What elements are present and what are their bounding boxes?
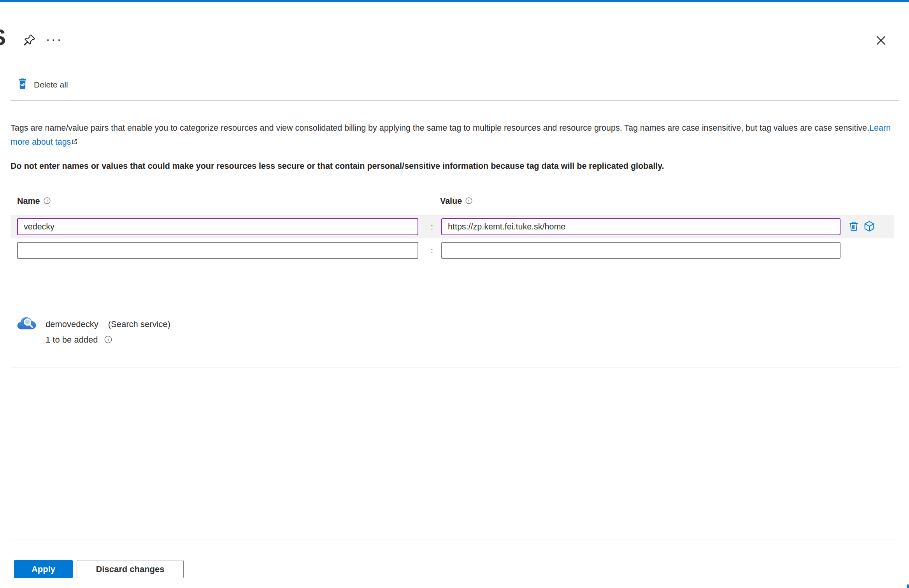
resource-cube-button[interactable] bbox=[863, 220, 876, 233]
close-button[interactable] bbox=[873, 33, 889, 48]
tag-value-input[interactable] bbox=[441, 242, 841, 259]
info-icon bbox=[465, 197, 472, 205]
delete-all-icon bbox=[18, 78, 27, 91]
resource-tag-status: 1 to be added bbox=[46, 335, 98, 345]
info-icon bbox=[44, 197, 51, 205]
delete-all-button[interactable]: Delete all bbox=[18, 78, 68, 91]
name-value-separator: : bbox=[424, 215, 440, 238]
search-service-icon bbox=[17, 314, 38, 345]
security-warning: Do not enter names or values that could … bbox=[11, 160, 902, 172]
trash-icon bbox=[848, 220, 860, 233]
divider bbox=[11, 100, 899, 101]
tags-description-text: Tags are name/value pairs that enable yo… bbox=[11, 123, 869, 133]
value-info-button[interactable] bbox=[465, 197, 472, 205]
divider bbox=[11, 539, 899, 539]
bottom-accent-sliver bbox=[907, 584, 909, 588]
name-header-label: Name bbox=[17, 196, 40, 206]
tag-name-input[interactable] bbox=[17, 242, 418, 259]
apply-button[interactable]: Apply bbox=[14, 560, 73, 578]
info-icon bbox=[104, 336, 112, 345]
divider bbox=[11, 367, 899, 368]
external-link-icon bbox=[71, 135, 78, 149]
page-title-clipped: S bbox=[0, 26, 6, 49]
pin-button[interactable] bbox=[22, 33, 37, 48]
cube-icon bbox=[863, 220, 876, 234]
delete-tag-button[interactable] bbox=[847, 220, 860, 233]
resource-type: (Search service) bbox=[108, 319, 170, 329]
divider bbox=[11, 265, 899, 265]
value-column-header: Value bbox=[440, 196, 472, 206]
status-info-button[interactable] bbox=[104, 336, 112, 345]
ellipsis-icon: ··· bbox=[46, 32, 63, 47]
pin-icon bbox=[23, 33, 37, 48]
tag-row: : bbox=[11, 215, 894, 238]
resource-text: demovedecky (Search service) 1 to be add… bbox=[46, 314, 170, 345]
name-value-separator: : bbox=[424, 238, 440, 262]
tag-value-input[interactable] bbox=[441, 218, 841, 235]
tag-row: : bbox=[11, 238, 894, 262]
name-column-header: Name bbox=[17, 196, 51, 206]
close-icon bbox=[874, 34, 888, 48]
delete-all-label: Delete all bbox=[34, 80, 68, 89]
top-accent-bar bbox=[0, 0, 909, 2]
resource-summary: demovedecky (Search service) 1 to be add… bbox=[17, 314, 170, 345]
discard-changes-button[interactable]: Discard changes bbox=[77, 560, 184, 578]
tags-description: Tags are name/value pairs that enable yo… bbox=[11, 121, 902, 149]
resource-name: demovedecky bbox=[46, 319, 98, 329]
name-info-button[interactable] bbox=[44, 197, 51, 205]
value-header-label: Value bbox=[440, 196, 462, 206]
more-button[interactable]: ··· bbox=[46, 31, 62, 47]
tag-name-input[interactable] bbox=[17, 218, 418, 235]
